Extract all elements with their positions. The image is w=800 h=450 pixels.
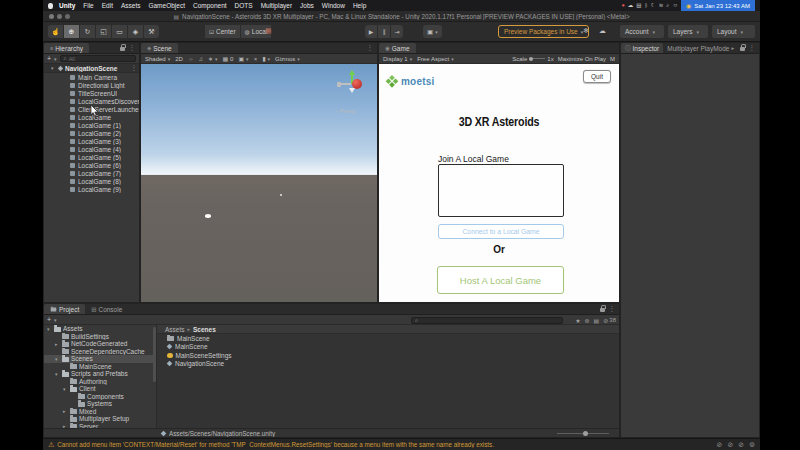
project-tree-item[interactable]: Systems (44, 400, 156, 408)
project-file[interactable]: MainSceneSettings (157, 351, 619, 360)
hierarchy-item[interactable]: LocalGame (1) (44, 121, 139, 129)
rotate-tool[interactable]: ↻ (80, 25, 95, 38)
project-tree-item[interactable]: SceneDependencyCache (44, 348, 156, 356)
tab-project[interactable]: Project (44, 304, 85, 314)
tab-multiplayer-playmode[interactable]: Multiplayer PlayMode ▸ (663, 43, 738, 53)
connect-button[interactable]: Connect to a Local Game (438, 224, 564, 239)
project-tree-item[interactable]: Authoring (44, 378, 156, 386)
custom-tool[interactable]: ⚒ (144, 25, 159, 38)
scene-viewport[interactable]: ‹ Persp (141, 64, 377, 302)
tab-scene[interactable]: ◈ Scene (141, 43, 178, 53)
display-icon[interactable]: ▤ (636, 0, 641, 11)
lighting-toggle[interactable]: ☼ (188, 56, 194, 62)
project-search-input[interactable]: ⌕ (411, 317, 563, 324)
mute-warnings-icon[interactable]: ⊘ (727, 441, 733, 449)
transform-tool[interactable]: ◈ (128, 25, 143, 38)
account-dropdown[interactable]: Account ▾ (620, 25, 664, 38)
rect-tool[interactable]: ▭ (112, 25, 127, 38)
project-tree-item[interactable]: ▾Scenes (44, 355, 156, 363)
project-tree-item[interactable]: ▸Mixed (44, 408, 156, 416)
icon-size-thumb[interactable] (583, 431, 588, 436)
kebab-menu-icon[interactable]: ⋮ (749, 44, 756, 52)
menu-unity[interactable]: Unity (59, 2, 75, 9)
shading-mode-dropdown[interactable]: Shaded▾ (145, 56, 170, 62)
breadcrumb-assets[interactable]: Assets (165, 326, 185, 333)
kebab-menu-icon[interactable]: ⋮ (609, 305, 616, 313)
window-title-bar[interactable]: ▤ NavigationScene - Asteroids 3D XR Mult… (43, 11, 760, 22)
tree-arrow-icon[interactable]: ▾ (63, 386, 68, 392)
menu-gameobject[interactable]: GameObject (148, 2, 185, 9)
create-object-button[interactable]: + (47, 54, 51, 64)
apple-icon[interactable] (48, 3, 53, 9)
project-tree-item[interactable]: BuildSettings (44, 333, 156, 341)
display-dropdown[interactable]: Display 1 ▾ (383, 56, 412, 62)
scale-track[interactable] (529, 58, 545, 59)
tab-game[interactable]: ◉ Game (379, 43, 416, 53)
hierarchy-item[interactable]: LocalGame (6) (44, 161, 139, 169)
scrollbar[interactable] (153, 327, 156, 382)
isolation-toggle[interactable]: × (254, 56, 258, 62)
foldout-arrow-icon[interactable]: ▾ (51, 65, 56, 71)
hidden-packages-count[interactable]: ⊘ 38 (603, 317, 616, 324)
mute-logs-icon[interactable]: ⊘ (738, 441, 744, 449)
device-simulator-dropdown[interactable]: ▣▾ (423, 25, 442, 38)
aspect-dropdown[interactable]: Free Aspect ▾ (417, 56, 454, 62)
project-tree-item[interactable]: ▾Client (44, 385, 156, 393)
collab-icon[interactable]: ❄ (583, 27, 589, 35)
local-games-list[interactable] (438, 164, 564, 217)
menu-help[interactable]: Help (353, 2, 366, 9)
search-by-type-icon[interactable]: ▤ (594, 317, 600, 324)
tree-arrow-icon[interactable]: ▾ (55, 371, 60, 377)
project-file[interactable]: MainScene (157, 334, 619, 343)
2d-toggle[interactable]: 2D (175, 56, 183, 62)
menu-component[interactable]: Component (193, 2, 227, 9)
tree-arrow-icon[interactable]: ▾ (47, 326, 52, 332)
grid-visibility[interactable]: ▦0 (222, 55, 233, 62)
effects-dropdown[interactable]: ∗▾ (208, 55, 218, 62)
kebab-menu-icon[interactable]: ⋮ (367, 44, 374, 52)
project-tree-item[interactable]: ▾Assets (44, 325, 156, 333)
project-tree-item[interactable]: ▸NetCodeGenerated (44, 340, 156, 348)
maximize-on-play-toggle[interactable]: Maximize On Play (558, 56, 606, 62)
step-button[interactable]: ⇥ (391, 25, 403, 38)
lock-icon[interactable] (120, 47, 125, 51)
menu-file[interactable]: File (83, 2, 93, 9)
snap-dropdown[interactable]: ▣▾ (238, 55, 248, 62)
screen-record-icon[interactable]: ● (621, 0, 624, 11)
project-file[interactable]: NavigationScene (157, 360, 619, 369)
menu-jobs[interactable]: Jobs (300, 2, 314, 9)
hierarchy-search-input[interactable]: ⌕ All (60, 55, 136, 62)
perspective-toggle[interactable]: ‹ Persp (336, 108, 356, 114)
cloud-icon[interactable]: ☁ (599, 27, 606, 35)
menu-assets[interactable]: Assets (121, 2, 141, 9)
hierarchy-item[interactable]: Directional Light (44, 81, 139, 89)
close-window-icon[interactable] (49, 14, 54, 19)
layers-dropdown[interactable]: Layers ▾ (668, 25, 708, 38)
zoom-window-icon[interactable] (65, 14, 70, 19)
favorites-icon[interactable]: ★ (575, 317, 580, 324)
menu-window[interactable]: Window (322, 2, 345, 9)
wifi-icon[interactable]: ≋ (659, 0, 664, 11)
scale-tool[interactable]: ◱ (96, 25, 111, 38)
menu-dots[interactable]: DOTS (235, 2, 253, 9)
scale-thumb[interactable] (529, 57, 533, 61)
pivot-center-button[interactable]: ⊡ Center (205, 25, 240, 38)
menu-edit[interactable]: Edit (102, 2, 113, 9)
play-button[interactable]: ▶ (365, 25, 377, 38)
tab-hierarchy[interactable]: ≡ Hierarchy (44, 43, 89, 53)
project-tree-item[interactable]: Components (44, 393, 156, 401)
hierarchy-item[interactable]: LocalGame (7) (44, 169, 139, 177)
scene-object-dot[interactable] (280, 194, 282, 196)
hierarchy-item[interactable]: LocalGame (5) (44, 153, 139, 161)
pause-button[interactable]: ∥ (378, 25, 390, 38)
tree-arrow-icon[interactable]: ▸ (55, 341, 60, 347)
mute-errors-icon[interactable]: ⊘ (717, 441, 723, 449)
grid-snapping-icon[interactable]: ▦ (265, 27, 272, 35)
bluetooth-icon[interactable]: ᛒ (644, 0, 647, 11)
scene-object-ship[interactable] (205, 214, 211, 218)
menu-bar-clock-chip[interactable]: ◉ Sat Jan 23 12:43 AM (681, 0, 755, 11)
hierarchy-item[interactable]: LocalGame (9) (44, 185, 139, 193)
lock-icon[interactable] (740, 47, 745, 51)
project-file[interactable]: MainScene (157, 343, 619, 352)
cloud-icon[interactable]: ☁ (628, 0, 634, 11)
